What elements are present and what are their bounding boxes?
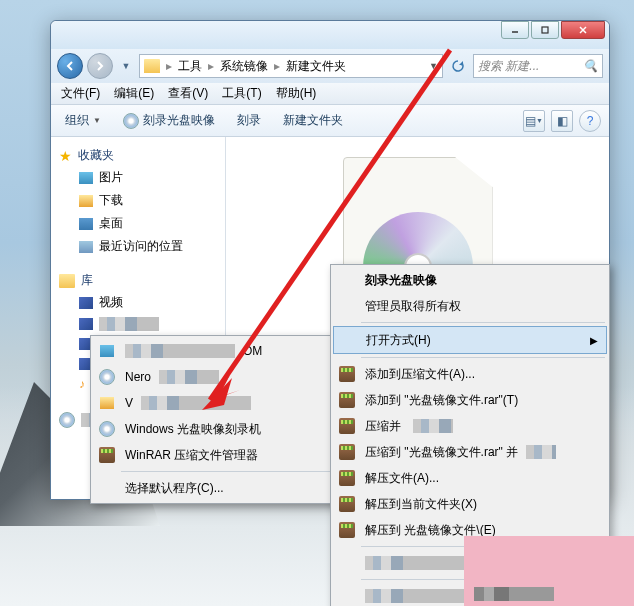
search-input[interactable]: 搜索 新建... 🔍 bbox=[473, 54, 603, 78]
desktop-icon bbox=[79, 218, 93, 230]
star-icon: ★ bbox=[59, 148, 72, 164]
window-titlebar[interactable] bbox=[51, 21, 609, 49]
back-button[interactable] bbox=[57, 53, 83, 79]
sidebar-item-recent[interactable]: 最近访问的位置 bbox=[55, 235, 221, 258]
svg-rect-1 bbox=[542, 27, 548, 33]
ctx-compress-and[interactable]: 压缩并 bbox=[333, 413, 607, 439]
sidebar-item-desktop[interactable]: 桌面 bbox=[55, 212, 221, 235]
menu-tools[interactable]: 工具(T) bbox=[216, 83, 267, 104]
organize-button[interactable]: 组织▼ bbox=[59, 110, 107, 131]
history-dropdown[interactable]: ▼ bbox=[117, 57, 135, 75]
recent-icon bbox=[79, 241, 93, 253]
watermark-block bbox=[464, 536, 634, 606]
open-with-app[interactable]: OM bbox=[93, 338, 337, 364]
command-bar: 组织▼ 刻录光盘映像 刻录 新建文件夹 ▤▼ ◧ ? bbox=[51, 105, 609, 137]
ctx-open-with[interactable]: 打开方式(H)▶ bbox=[333, 326, 607, 354]
choose-default-program[interactable]: 选择默认程序(C)... bbox=[93, 475, 337, 501]
winrar-icon bbox=[339, 444, 355, 460]
menu-file[interactable]: 文件(F) bbox=[55, 83, 106, 104]
address-bar[interactable]: ▸ 工具 ▸ 系统镜像 ▸ 新建文件夹 ▼ bbox=[139, 54, 443, 78]
new-folder-button[interactable]: 新建文件夹 bbox=[277, 110, 349, 131]
downloads-icon bbox=[79, 195, 93, 207]
menu-edit[interactable]: 编辑(E) bbox=[108, 83, 160, 104]
winrar-icon bbox=[339, 418, 355, 434]
search-placeholder: 搜索 新建... bbox=[478, 58, 539, 75]
search-icon: 🔍 bbox=[583, 59, 598, 73]
open-with-app[interactable]: V bbox=[93, 390, 337, 416]
folder-icon bbox=[144, 59, 160, 73]
menu-view[interactable]: 查看(V) bbox=[162, 83, 214, 104]
pictures-icon bbox=[79, 172, 93, 184]
open-with-app[interactable]: Nero bbox=[93, 364, 337, 390]
refresh-button[interactable] bbox=[447, 55, 469, 77]
menu-help[interactable]: 帮助(H) bbox=[270, 83, 323, 104]
ctx-burn-image[interactable]: 刻录光盘映像 bbox=[333, 267, 607, 293]
ctx-compress-to-rar[interactable]: 压缩到 "光盘镜像文件.rar" 并 bbox=[333, 439, 607, 465]
menu-separator bbox=[121, 471, 335, 472]
navigation-row: ▼ ▸ 工具 ▸ 系统镜像 ▸ 新建文件夹 ▼ 搜索 新建... 🔍 bbox=[51, 49, 609, 83]
breadcrumb-item[interactable]: 新建文件夹 bbox=[286, 58, 346, 75]
favorites-group[interactable]: ★收藏夹 bbox=[55, 145, 221, 166]
ctx-add-to-archive[interactable]: 添加到压缩文件(A)... bbox=[333, 361, 607, 387]
winrar-icon bbox=[339, 366, 355, 382]
open-with-winrar[interactable]: WinRAR 压缩文件管理器 bbox=[93, 442, 337, 468]
videos-icon bbox=[79, 297, 93, 309]
library-icon bbox=[59, 274, 75, 288]
libraries-group[interactable]: 库 bbox=[55, 270, 221, 291]
view-options-button[interactable]: ▤▼ bbox=[523, 110, 545, 132]
address-dropdown-icon[interactable]: ▼ bbox=[429, 61, 438, 71]
submenu-arrow-icon: ▶ bbox=[590, 335, 598, 346]
burn-button[interactable]: 刻录 bbox=[231, 110, 267, 131]
ctx-add-to-rar[interactable]: 添加到 "光盘镜像文件.rar"(T) bbox=[333, 387, 607, 413]
winrar-icon bbox=[339, 392, 355, 408]
sidebar-item-blurred[interactable] bbox=[55, 314, 221, 334]
winrar-icon bbox=[339, 496, 355, 512]
winrar-icon bbox=[99, 447, 115, 463]
minimize-button[interactable] bbox=[501, 21, 529, 39]
ctx-extract-files[interactable]: 解压文件(A)... bbox=[333, 465, 607, 491]
sidebar-item-downloads[interactable]: 下载 bbox=[55, 189, 221, 212]
preview-pane-button[interactable]: ◧ bbox=[551, 110, 573, 132]
breadcrumb-item[interactable]: 系统镜像 bbox=[220, 58, 268, 75]
close-button[interactable] bbox=[561, 21, 605, 39]
winrar-icon bbox=[339, 470, 355, 486]
disc-icon bbox=[59, 412, 75, 428]
menu-bar: 文件(F) 编辑(E) 查看(V) 工具(T) 帮助(H) bbox=[51, 83, 609, 105]
maximize-button[interactable] bbox=[531, 21, 559, 39]
menu-separator bbox=[361, 322, 605, 323]
disc-icon bbox=[123, 113, 139, 129]
ctx-extract-here[interactable]: 解压到当前文件夹(X) bbox=[333, 491, 607, 517]
burn-image-button[interactable]: 刻录光盘映像 bbox=[117, 110, 221, 131]
open-with-windows-burner[interactable]: Windows 光盘映像刻录机 bbox=[93, 416, 337, 442]
ctx-admin-rights[interactable]: 管理员取得所有权 bbox=[333, 293, 607, 319]
forward-button[interactable] bbox=[87, 53, 113, 79]
sidebar-item-pictures[interactable]: 图片 bbox=[55, 166, 221, 189]
open-with-submenu: OM Nero V Windows 光盘映像刻录机 WinRAR 压缩文件管理器… bbox=[90, 335, 340, 504]
sidebar-item-videos[interactable]: 视频 bbox=[55, 291, 221, 314]
breadcrumb-item[interactable]: 工具 bbox=[178, 58, 202, 75]
help-button[interactable]: ? bbox=[579, 110, 601, 132]
menu-separator bbox=[361, 357, 605, 358]
winrar-icon bbox=[339, 522, 355, 538]
